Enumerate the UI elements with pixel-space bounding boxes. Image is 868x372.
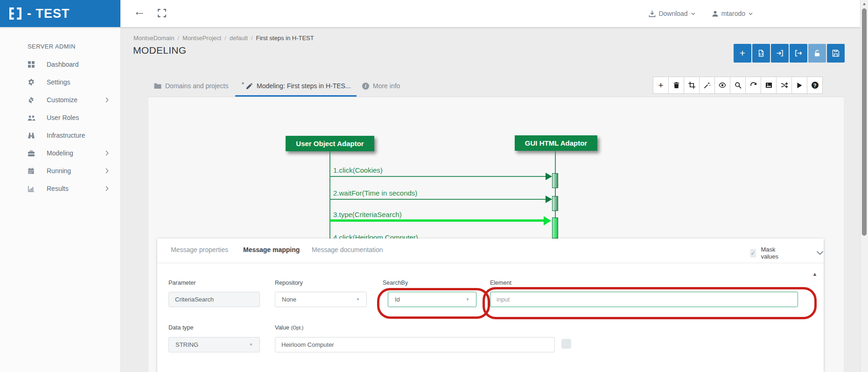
save-floppy-icon <box>832 49 840 57</box>
trash-icon <box>673 82 680 89</box>
delete-button[interactable] <box>668 77 684 94</box>
add-message-button[interactable]: + <box>653 77 669 94</box>
fullscreen-icon[interactable] <box>158 9 166 17</box>
message-2-waitfor[interactable]: 2.waitFor(Time in seconds) <box>333 189 417 197</box>
breadcrumb-separator: / <box>251 35 253 42</box>
export-button[interactable] <box>790 44 807 63</box>
unlock-icon <box>813 49 821 57</box>
panel-tab-message-properties[interactable]: Message properties <box>171 246 228 253</box>
run-button[interactable] <box>791 77 807 94</box>
add-button[interactable]: + <box>734 44 751 63</box>
sidebar-item-results[interactable]: Results <box>0 180 120 197</box>
activation-bar-2 <box>552 196 558 211</box>
plus-icon: + <box>740 49 745 58</box>
collapse-panel-chevron-icon[interactable] <box>816 250 824 256</box>
sidebar-item-label: Running <box>47 167 71 175</box>
sidebar-item-label: Customize <box>47 96 77 104</box>
data-type-select[interactable]: STRING ▼ <box>168 337 260 352</box>
back-arrow-icon[interactable]: ← <box>133 5 146 17</box>
page-scrollbar[interactable]: ▲ <box>860 0 868 372</box>
tab-modeling-active[interactable]: * Modeling: First steps in H-TES... <box>242 82 351 90</box>
user-menu[interactable]: mtarodo <box>712 10 753 17</box>
shuffle-icon <box>781 82 788 89</box>
searchby-select[interactable]: Id ▼ <box>388 292 476 307</box>
value-input[interactable] <box>275 337 555 352</box>
panel-tab-message-documentation[interactable]: Message documentation <box>312 246 383 253</box>
export-file-code-button[interactable] <box>752 44 770 63</box>
app-screen: User Object Adaptor GUI HTML Adaptor 1.c… <box>0 0 868 372</box>
file-code-icon <box>757 49 765 57</box>
download-label: Download <box>658 10 687 17</box>
crop-button[interactable] <box>684 77 700 94</box>
breadcrumb: MontseDomain/MontseProject/default/First… <box>133 35 314 42</box>
screenshot-button[interactable] <box>761 77 777 94</box>
actor-user-object-adaptor[interactable]: User Object Adaptor <box>286 136 374 151</box>
search-button[interactable] <box>730 77 746 94</box>
repository-select[interactable]: None ▼ <box>275 292 367 307</box>
actor-label: User Object Adaptor <box>296 140 364 147</box>
sidebar-item-label: User Roles <box>47 114 79 121</box>
activation-bar-3 <box>552 218 558 239</box>
parameter-input[interactable] <box>168 292 260 307</box>
logo-text: - TEST <box>27 7 70 21</box>
tab-more-info[interactable]: i More info <box>362 82 400 90</box>
briefcase-icon <box>28 150 35 157</box>
import-button[interactable] <box>771 44 789 63</box>
chevron-right-icon <box>105 97 109 103</box>
element-label: Element <box>490 280 511 286</box>
breadcrumb-item[interactable]: default <box>230 35 248 42</box>
breadcrumb-separator: / <box>224 35 226 42</box>
panel-tab-message-mapping[interactable]: Message mapping <box>243 246 300 253</box>
panel-scroll-up[interactable]: ▲ <box>809 271 821 277</box>
info-icon: i <box>362 83 369 90</box>
repository-label: Repository <box>275 280 303 286</box>
preview-button[interactable] <box>714 77 730 94</box>
plus-icon: + <box>658 80 663 91</box>
sidebar-item-user-roles[interactable]: User Roles <box>0 109 120 126</box>
top-header: - TEST ← Download mtarodo <box>0 0 861 27</box>
actor-gui-html-adaptor[interactable]: GUI HTML Adaptor <box>515 135 597 151</box>
value-mask-toggle[interactable] <box>561 339 571 349</box>
shuffle-button[interactable] <box>776 77 792 94</box>
breadcrumb-item[interactable]: MontseDomain <box>133 35 174 42</box>
breadcrumb-item-current: First steps in H-TEST <box>256 35 314 42</box>
question-circle-icon: ? <box>812 82 819 89</box>
message-3-type-criteriasearch[interactable]: 3.type(CriteriaSearch) <box>333 211 402 218</box>
sidebar-item-settings[interactable]: Settings <box>0 73 120 91</box>
sidebar-item-infrastructure[interactable]: Infrastructure <box>0 126 120 144</box>
scrollbar-thumb[interactable] <box>862 8 867 236</box>
sidebar-item-dashboard[interactable]: Dashboard <box>0 56 120 73</box>
mask-values-checkbox[interactable]: ✓ <box>750 249 756 258</box>
chevron-right-icon <box>105 186 109 191</box>
mask-values-control: ✓ Mask values <box>750 246 824 260</box>
sidebar-item-customize[interactable]: Customize <box>0 91 120 109</box>
breadcrumb-item[interactable]: MontseProject <box>182 35 221 42</box>
repository-selected-value: None <box>282 296 296 303</box>
element-input[interactable] <box>490 292 798 307</box>
mask-values-label: Mask values <box>761 246 784 260</box>
tab-label: Modeling: First steps in H-TES... <box>257 82 351 90</box>
message-2-arrowhead <box>546 196 552 203</box>
sign-out-icon <box>795 49 802 57</box>
value-label-text: Value <box>275 324 289 331</box>
sidebar-item-modeling[interactable]: Modeling <box>0 144 120 162</box>
scrollbar-up-arrow[interactable]: ▲ <box>861 1 868 6</box>
unlock-button[interactable] <box>808 44 826 63</box>
dashboard-icon <box>28 61 35 68</box>
chevron-down-icon <box>691 11 696 16</box>
chevron-right-icon <box>105 150 109 156</box>
diagram-toolbar: + ? <box>653 77 823 94</box>
message-1-click-cookies[interactable]: 1.click(Cookies) <box>333 166 383 174</box>
download-menu[interactable]: Download <box>649 10 695 17</box>
message-1-arrowhead <box>546 173 552 180</box>
caret-down-icon: ▼ <box>466 297 469 302</box>
save-button[interactable] <box>827 44 845 63</box>
tab-domains-and-projects[interactable]: Domains and projects <box>154 82 228 90</box>
sidebar-item-running[interactable]: Running <box>0 162 120 180</box>
magic-wand-button[interactable] <box>699 77 715 94</box>
magic-wand-icon <box>704 82 711 89</box>
message-1-arrow <box>330 176 546 177</box>
help-button[interactable]: ? <box>807 77 823 94</box>
refresh-button[interactable] <box>745 77 761 94</box>
htest-logo-icon <box>9 7 21 20</box>
